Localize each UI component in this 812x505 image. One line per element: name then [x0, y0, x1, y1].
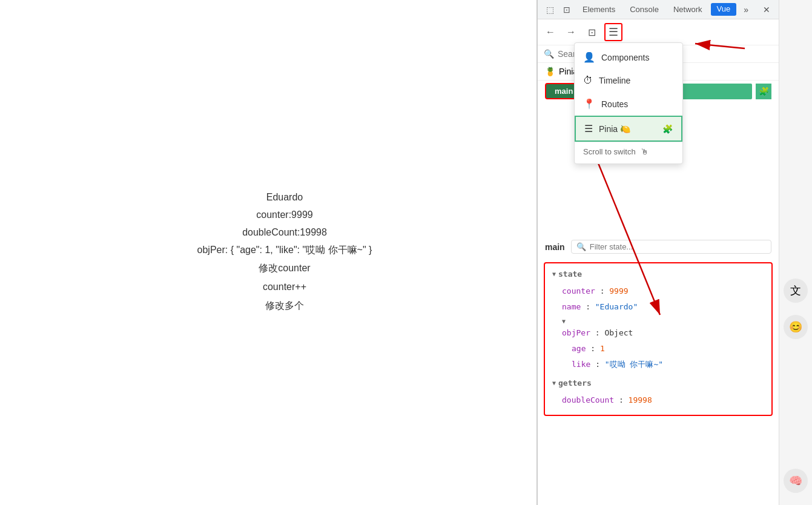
menu-components[interactable]: 👤 Components	[575, 45, 682, 69]
pinia-emoji-icon: 🍍	[545, 67, 555, 76]
devtools-panel: ⬚ ⊡ Elements Console Network Vue » ✕ ← →…	[536, 0, 779, 505]
menu-routes[interactable]: 📍 Routes	[575, 92, 682, 116]
getters-section-label: getters	[552, 378, 764, 388]
main-content: Eduardo counter:9999 doubleCount:19998 o…	[0, 0, 569, 505]
brain-icon: 🧠	[789, 474, 802, 487]
name-key: name	[562, 302, 581, 311]
state-main-label: main	[545, 242, 565, 252]
face-icon: 😊	[789, 320, 802, 334]
timeline-icon: ⏱	[583, 75, 593, 86]
tab-network[interactable]: Network	[667, 4, 708, 15]
name-val: "Eduardo"	[595, 302, 638, 311]
search-icon: 🔍	[544, 49, 554, 59]
back-button[interactable]: ←	[543, 24, 558, 40]
objper-val: Object	[604, 328, 633, 337]
like-row: like : "哎呦 你干嘛~"	[552, 357, 764, 372]
inspect-icon[interactable]: ⬚	[543, 2, 557, 17]
filter-state-input[interactable]	[590, 242, 766, 251]
devtools-toolbar: ⬚ ⊡ Elements Console Network Vue » ✕	[538, 0, 779, 19]
list-view-button[interactable]: ☰	[604, 23, 622, 41]
doublecount-row: doubleCount : 19998	[552, 392, 764, 408]
name-row: name : "Eduardo"	[552, 299, 764, 315]
scroll-to-switch: Scroll to switch 🖱	[575, 142, 682, 161]
scroll-to-switch-label: Scroll to switch	[583, 147, 636, 156]
like-key: like	[572, 360, 590, 369]
vue-panel: ← → ⊡ ☰ 👤 Components ⏱ Timeline 📍 Routes	[538, 19, 779, 505]
counter-row: counter : 9999	[552, 283, 764, 299]
home-button[interactable]: ⊡	[584, 24, 599, 40]
age-val: 1	[600, 344, 605, 353]
translate-icon: 文	[790, 283, 801, 298]
state-tree: state counter : 9999 name : "Eduardo" ob…	[544, 262, 773, 416]
device-icon[interactable]: ⊡	[559, 2, 574, 17]
modify-multiple-button[interactable]: 修改多个	[197, 297, 372, 315]
vue-top-nav: ← → ⊡ ☰ 👤 Components ⏱ Timeline 📍 Routes	[538, 19, 779, 45]
forward-button[interactable]: →	[563, 24, 579, 40]
menu-timeline-label: Timeline	[599, 76, 630, 85]
vue-dropdown-menu: 👤 Components ⏱ Timeline 📍 Routes ☰ Pinia…	[574, 42, 683, 164]
obj-per-value: objPer: { "age": 1, "like": "哎呦 你干嘛~" }	[197, 242, 372, 259]
pinia-puzzle-icon: 🧩	[662, 124, 673, 134]
age-row: age : 1	[552, 341, 764, 357]
right-tools-panel: 文 😊 🧠	[779, 0, 812, 505]
doublecount-key: doubleCount	[562, 395, 614, 404]
menu-pinia-label: Pinia 🍋	[599, 124, 630, 134]
doublecount-val: 19998	[629, 395, 652, 404]
menu-pinia[interactable]: ☰ Pinia 🍋 🧩	[575, 116, 682, 142]
components-icon: 👤	[583, 51, 595, 63]
double-count-value: doubleCount:19998	[197, 224, 372, 242]
counter-value: counter:9999	[197, 206, 372, 224]
objper-expand-icon[interactable]	[562, 316, 764, 326]
face-tool-icon[interactable]: 😊	[784, 315, 808, 339]
counter-increment-button[interactable]: counter++	[197, 279, 372, 296]
menu-components-label: Components	[601, 53, 649, 62]
pinia-icon: ☰	[584, 123, 593, 134]
objper-key: objPer	[562, 328, 590, 337]
routes-icon: 📍	[583, 98, 595, 110]
puzzle-icon-btn[interactable]: 🧩	[756, 84, 771, 99]
counter-val: 9999	[609, 286, 628, 295]
objper-row: objPer : Object	[552, 315, 764, 341]
brain-tool-icon[interactable]: 🧠	[784, 469, 808, 493]
age-key: age	[572, 344, 586, 353]
counter-key: counter	[562, 286, 595, 295]
close-devtools-icon[interactable]: ✕	[759, 2, 774, 17]
translate-tool-icon[interactable]: 文	[784, 279, 808, 303]
state-header: main 🔍	[538, 235, 779, 259]
mouse-icon: 🖱	[641, 147, 649, 156]
tab-vue[interactable]: Vue	[711, 3, 737, 16]
modify-counter-button[interactable]: 修改counter	[197, 260, 372, 277]
state-section-label: state	[552, 269, 764, 279]
filter-state-container: 🔍	[571, 240, 771, 254]
more-tabs-icon[interactable]: »	[739, 2, 753, 17]
like-val: "哎呦 你干嘛~"	[605, 360, 663, 369]
menu-routes-label: Routes	[601, 99, 628, 109]
filter-icon: 🔍	[576, 242, 586, 251]
app-display: Eduardo counter:9999 doubleCount:19998 o…	[197, 189, 372, 316]
tab-elements[interactable]: Elements	[576, 4, 621, 15]
menu-timeline[interactable]: ⏱ Timeline	[575, 69, 682, 92]
tab-console[interactable]: Console	[624, 4, 665, 15]
app-name: Eduardo	[197, 189, 372, 206]
